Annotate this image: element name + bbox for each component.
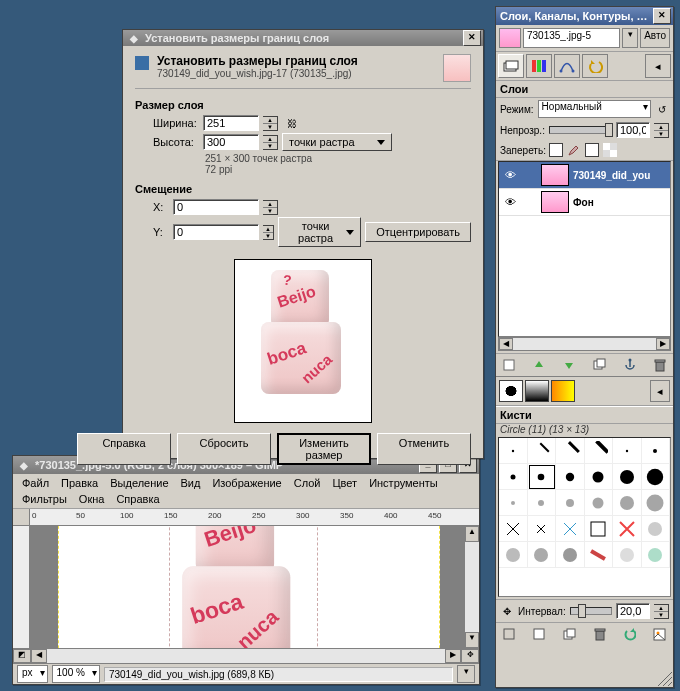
menu-select[interactable]: Выделение bbox=[105, 476, 173, 490]
new-brush-icon[interactable] bbox=[530, 625, 548, 643]
layer-row[interactable]: 👁730149_did_you bbox=[499, 162, 670, 189]
brush-cell[interactable] bbox=[499, 542, 528, 568]
delete-layer-icon[interactable] bbox=[651, 356, 669, 374]
menu-colors[interactable]: Цвет bbox=[327, 476, 362, 490]
menu-filters[interactable]: Фильтры bbox=[17, 492, 72, 506]
menu-tools[interactable]: Инструменты bbox=[364, 476, 443, 490]
width-input[interactable] bbox=[203, 115, 259, 131]
x-spinner[interactable]: ▲▼ bbox=[263, 200, 278, 215]
brush-cell[interactable] bbox=[528, 464, 557, 490]
brush-cell[interactable] bbox=[585, 490, 614, 516]
menu-layer[interactable]: Слой bbox=[289, 476, 326, 490]
center-button[interactable]: Отцентрировать bbox=[365, 222, 471, 242]
mode-select[interactable]: Нормальный bbox=[538, 100, 651, 118]
menu-view[interactable]: Вид bbox=[176, 476, 206, 490]
menu-image[interactable]: Изображение bbox=[207, 476, 286, 490]
brush-cell[interactable] bbox=[585, 438, 614, 464]
chain-link-icon[interactable]: ⛓ bbox=[284, 118, 300, 129]
scrollbar-vertical[interactable]: ▲ ▼ bbox=[464, 526, 479, 648]
ruler-corner[interactable] bbox=[13, 509, 30, 525]
brush-cell[interactable] bbox=[613, 516, 642, 542]
brush-cell[interactable] bbox=[499, 464, 528, 490]
duplicate-brush-icon[interactable] bbox=[560, 625, 578, 643]
tab-patterns[interactable] bbox=[525, 380, 549, 402]
open-as-image-icon[interactable] bbox=[651, 625, 669, 643]
size-units-select[interactable]: точки растра bbox=[282, 133, 392, 151]
brush-cell[interactable] bbox=[556, 490, 585, 516]
brush-cell[interactable] bbox=[556, 438, 585, 464]
lock-pixels-checkbox[interactable] bbox=[549, 143, 563, 157]
y-input[interactable] bbox=[173, 224, 259, 240]
chevron-down-icon[interactable]: ▾ bbox=[622, 28, 638, 48]
new-layer-icon[interactable] bbox=[500, 356, 518, 374]
tab-gradients[interactable] bbox=[551, 380, 575, 402]
delete-brush-icon[interactable] bbox=[591, 625, 609, 643]
layers-hscroll[interactable]: ◀▶ bbox=[498, 337, 671, 351]
duplicate-layer-icon[interactable] bbox=[591, 356, 609, 374]
offset-units-select[interactable]: точки растра bbox=[278, 217, 361, 247]
brush-cell[interactable] bbox=[613, 490, 642, 516]
scroll-down-icon[interactable]: ▼ bbox=[465, 632, 479, 648]
brush-cell[interactable] bbox=[499, 438, 528, 464]
brush-cell[interactable] bbox=[528, 542, 557, 568]
brush-cell[interactable] bbox=[642, 464, 671, 490]
cancel-op-icon[interactable]: ▾ bbox=[457, 665, 475, 683]
brush-cell[interactable] bbox=[499, 516, 528, 542]
ruler-horizontal[interactable]: 050100150200250300350400450 bbox=[13, 509, 479, 526]
tab-undo[interactable] bbox=[582, 54, 608, 78]
brush-cell[interactable] bbox=[528, 490, 557, 516]
brush-cell[interactable] bbox=[613, 542, 642, 568]
spacing-spinner[interactable]: ▲▼ bbox=[654, 604, 669, 619]
mode-reset-icon[interactable]: ↺ bbox=[655, 104, 669, 115]
eye-icon[interactable]: 👁 bbox=[501, 169, 519, 181]
brush-cell[interactable] bbox=[528, 438, 557, 464]
resize-button[interactable]: Изменить размер bbox=[277, 433, 371, 465]
edit-brush-icon[interactable] bbox=[500, 625, 518, 643]
help-button[interactable]: Справка bbox=[77, 433, 171, 465]
brush-cell[interactable] bbox=[528, 516, 557, 542]
close-icon[interactable]: ✕ bbox=[653, 8, 671, 24]
cancel-button[interactable]: Отменить bbox=[377, 433, 471, 465]
y-spinner[interactable]: ▲▼ bbox=[263, 225, 274, 240]
brush-cell[interactable] bbox=[585, 464, 614, 490]
image-selector-thumb[interactable] bbox=[499, 28, 521, 48]
brush-cell[interactable] bbox=[642, 490, 671, 516]
brush-cell[interactable] bbox=[613, 464, 642, 490]
dialog-titlebar[interactable]: ◆ Установить размеры границ слоя ✕ bbox=[123, 30, 483, 46]
scrollbar-horizontal[interactable]: ◩ ◀ ▶ ✥ bbox=[13, 648, 479, 663]
quickmask-icon[interactable]: ◩ bbox=[13, 649, 31, 663]
brushes-palette[interactable] bbox=[498, 437, 671, 597]
tab-brushes[interactable] bbox=[499, 380, 523, 402]
brush-reload-icon[interactable]: ✥ bbox=[500, 606, 514, 617]
auto-button[interactable]: Авто bbox=[640, 28, 670, 48]
anchor-layer-icon[interactable] bbox=[621, 356, 639, 374]
scroll-right-icon[interactable]: ▶ bbox=[445, 649, 461, 663]
opacity-slider[interactable] bbox=[549, 126, 612, 134]
scroll-left-icon[interactable]: ◀ bbox=[31, 649, 47, 663]
brush-cell[interactable] bbox=[556, 516, 585, 542]
canvas[interactable]: ? Beijo boca nuca bbox=[58, 526, 440, 648]
brush-cell[interactable] bbox=[642, 542, 671, 568]
image-selector-name[interactable]: 730135_.jpg-5 bbox=[523, 28, 620, 48]
layer-name[interactable]: Фон bbox=[573, 197, 668, 208]
brush-cell[interactable] bbox=[499, 490, 528, 516]
raise-layer-icon[interactable] bbox=[530, 356, 548, 374]
brush-cell[interactable] bbox=[642, 516, 671, 542]
tab-menu-icon[interactable]: ◂ bbox=[645, 54, 671, 78]
reset-button[interactable]: Сбросить bbox=[177, 433, 271, 465]
tab-paths[interactable] bbox=[554, 54, 580, 78]
close-icon[interactable]: ✕ bbox=[463, 30, 481, 46]
lock-alpha-checkbox[interactable] bbox=[585, 143, 599, 157]
tab-menu-icon[interactable]: ◂ bbox=[650, 380, 670, 402]
refresh-brush-icon[interactable] bbox=[621, 625, 639, 643]
brush-cell[interactable] bbox=[613, 438, 642, 464]
spacing-slider[interactable] bbox=[570, 607, 612, 615]
scroll-up-icon[interactable]: ▲ bbox=[465, 526, 479, 542]
tab-channels[interactable] bbox=[526, 54, 552, 78]
brush-cell[interactable] bbox=[585, 516, 614, 542]
ruler-vertical[interactable] bbox=[13, 526, 30, 648]
dock-titlebar[interactable]: Слои, Каналы, Контуры, Отмен… ✕ bbox=[496, 7, 673, 25]
resize-grip-icon[interactable] bbox=[658, 672, 672, 686]
nav-icon[interactable]: ✥ bbox=[461, 649, 479, 663]
menu-help[interactable]: Справка bbox=[111, 492, 164, 506]
